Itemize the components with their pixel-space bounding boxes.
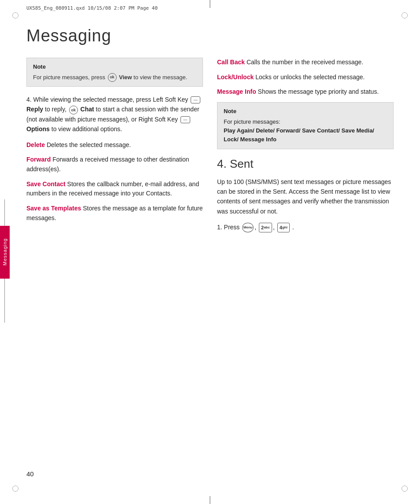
note-text-left: For picture messages, press ok View to v… [33, 74, 187, 81]
desc-lock-unlock: Locks or unlocks the selected message. [255, 74, 365, 81]
crop-bottom-center [210, 496, 210, 504]
term-save-templates: Save as Templates [26, 205, 81, 212]
item-save-contact: Save Contact Stores the callback number,… [26, 180, 203, 199]
ok-icon-step4: ok [69, 106, 78, 114]
right-column: Call Back Calls the number in the receiv… [217, 58, 394, 239]
main-content: Messaging Note For picture messages, pre… [26, 26, 394, 478]
desc-call-back: Calls the number in the received message… [247, 59, 363, 66]
sidebar-line-above [4, 199, 5, 226]
desc-forward: Forwards a received message to other des… [26, 156, 189, 173]
note-items-right: Play Again/ Delete/ Forward/ Save Contac… [224, 127, 374, 143]
note-box-left: Note For picture messages, press ok View… [26, 58, 203, 87]
reg-mark-tr [402, 12, 408, 18]
note-title-left: Note [33, 63, 196, 71]
left-softkey-icon: — [191, 96, 200, 103]
note-box-right: Note For picture messages: Play Again/ D… [217, 102, 394, 149]
reg-mark-bl [12, 486, 18, 492]
section-body-sent: Up to 100 (SMS/MMS) sent text messages o… [217, 177, 394, 217]
term-delete: Delete [26, 141, 45, 148]
term-lock-unlock: Lock/Unlock [217, 74, 254, 81]
item-lock-unlock: Lock/Unlock Locks or unlocks the selecte… [217, 73, 394, 82]
section-heading-sent: 4. Sent [217, 157, 394, 171]
term-message-info: Message Info [217, 88, 256, 95]
ok-icon-note: ok [108, 73, 117, 82]
columns: Note For picture messages, press ok View… [26, 58, 394, 239]
sidebar-tab-label: Messaging [2, 238, 7, 265]
page-title: Messaging [26, 26, 394, 45]
file-info: UX585_Eng_080911.qxd 10/15/08 2:07 PM Pa… [26, 5, 158, 11]
note-text-right: For picture messages: [224, 118, 280, 125]
sidebar-tab-bg: Messaging [0, 226, 10, 279]
reg-mark-tl [12, 12, 18, 18]
key-2-box: 2 abc [259, 223, 272, 232]
term-call-back: Call Back [217, 59, 245, 66]
item-call-back: Call Back Calls the number in the receiv… [217, 58, 394, 67]
desc-message-info: Shows the message type priority and stat… [258, 88, 379, 95]
item-save-templates: Save as Templates Stores the message as … [26, 204, 203, 223]
options-label: Options [26, 125, 50, 132]
key-4-box: 4 ghi [277, 223, 290, 232]
sidebar-tab: Messaging [0, 226, 10, 279]
item-delete: Delete Deletes the selected message. [26, 140, 203, 150]
term-save-contact: Save Contact [26, 180, 66, 188]
step4-text: 4. While viewing the selected message, p… [26, 95, 203, 134]
press-label: Press [224, 224, 240, 231]
menu-key-icon: Menu [242, 223, 254, 232]
sidebar-line-below [4, 279, 5, 323]
desc-delete: Deletes the selected message. [47, 141, 131, 148]
reg-mark-br [402, 486, 408, 492]
left-column: Note For picture messages, press ok View… [26, 58, 203, 239]
right-softkey-icon: — [181, 116, 190, 123]
item-forward: Forward Forwards a received message to o… [26, 155, 203, 174]
term-forward: Forward [26, 156, 51, 163]
item-message-info: Message Info Shows the message type prio… [217, 87, 394, 97]
note-title-right: Note [224, 107, 387, 116]
step1-text: 1. Press Menu, 2 abc, 4 ghi . [217, 222, 394, 232]
header-bar: UX585_Eng_080911.qxd 10/15/08 2:07 PM Pa… [26, 5, 394, 11]
